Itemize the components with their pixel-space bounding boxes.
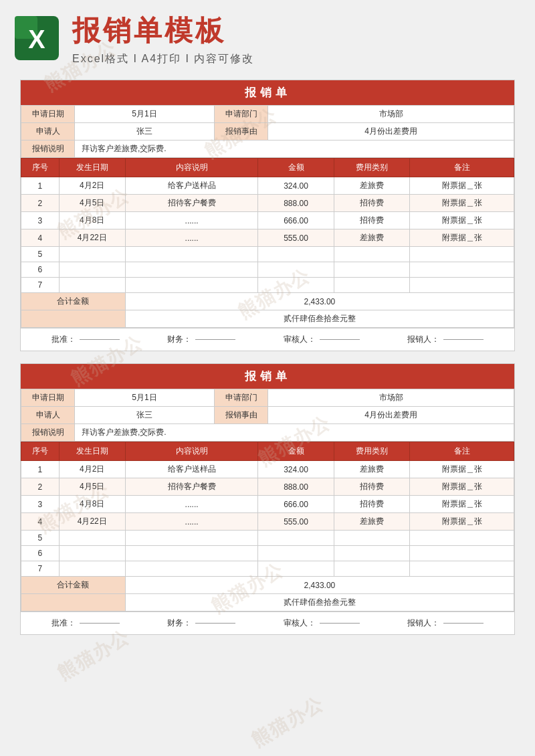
r2-total-amount: 2,433.00 — [125, 577, 514, 594]
chinese-total-row: 贰仟肆佰叁拾叁元整 — [21, 310, 514, 328]
r2-reviewer-item: 审核人： — [284, 618, 360, 629]
applicant-label: 申请人 — [21, 123, 75, 140]
r2-apply-date-label: 申请日期 — [21, 389, 75, 407]
r2-finance-item: 财务： — [167, 618, 235, 629]
svg-text:X: X — [28, 25, 45, 54]
total-row: 合计金额 2,433.00 — [21, 293, 514, 310]
col-desc: 内容说明 — [125, 159, 257, 177]
reason-value: 4月份出差费用 — [268, 123, 514, 140]
total-chinese: 贰仟肆佰叁拾叁元整 — [125, 310, 514, 328]
approve-label: 批准： — [51, 334, 76, 345]
col-amount: 金额 — [258, 159, 334, 177]
table-row: 24月5日招待客户餐费888.00招待费附票据＿张 — [21, 195, 514, 212]
approve-item: 批准： — [51, 334, 120, 345]
table-row: 24月5日招待客户餐费888.00招待费附票据＿张 — [21, 478, 514, 496]
r2-total-row: 合计金额 2,433.00 — [21, 577, 514, 594]
r2-reviewer-label: 审核人： — [284, 618, 316, 629]
table-row: 14月2日给客户送样品324.00差旅费附票据＿张 — [21, 461, 514, 478]
table-row: 34月8日......666.00招待费附票据＿张 — [21, 496, 514, 513]
r2-reason-label: 报销事由 — [215, 407, 268, 424]
r2-chinese-total-row: 贰仟肆佰叁拾叁元整 — [21, 594, 514, 611]
excel-logo: X — [13, 15, 60, 64]
r2-apply-date-value: 5月1日 — [75, 389, 215, 407]
report1-info-table: 申请日期 5月1日 申请部门 市场部 申请人 张三 报销事由 4月份出差费用 报… — [21, 105, 514, 158]
table-row: 34月8日......666.00招待费附票据＿张 — [21, 212, 514, 229]
r2-reason-value: 4月份出差费用 — [268, 407, 514, 424]
desc-value: 拜访客户差旅费,交际费. — [75, 140, 514, 158]
r2-dept-label: 申请部门 — [215, 389, 268, 407]
r2-detail-header-row: 序号 发生日期 内容说明 金额 费用类别 备注 — [21, 442, 514, 461]
table-row: 14月2日给客户送样品324.00差旅费附票据＿张 — [21, 177, 514, 195]
r2-approve-label: 批准： — [51, 618, 76, 629]
r2-col-desc: 内容说明 — [125, 442, 257, 461]
r2-approve-item: 批准： — [51, 618, 120, 629]
report1-footer: 批准： 财务： 审核人： 报销人： — [21, 328, 514, 351]
col-date: 发生日期 — [59, 159, 125, 177]
total-label: 合计金额 — [21, 293, 126, 310]
main-title: 报销单模板 — [72, 12, 254, 50]
r2-applicant-value: 张三 — [75, 407, 215, 424]
apply-date-value: 5月1日 — [75, 106, 215, 123]
report-card-2: 报销单 申请日期 5月1日 申请部门 市场部 申请人 张三 报销事由 4月份出差… — [20, 363, 515, 635]
table-row: 6 — [21, 262, 514, 278]
header: X 报销单模板 Excel格式 I A4打印 I 内容可修改 — [0, 0, 535, 73]
applicant-footer-label: 报销人： — [407, 334, 439, 345]
report2-footer: 批准： 财务： 审核人： 报销人： — [21, 611, 514, 634]
table-row: 5 — [21, 531, 514, 546]
table-row: 6 — [21, 546, 514, 561]
table-row: 44月22日......555.00差旅费附票据＿张 — [21, 513, 514, 531]
applicant-footer-item: 报销人： — [407, 334, 484, 345]
table-row: 44月22日......555.00差旅费附票据＿张 — [21, 229, 514, 247]
dept-label: 申请部门 — [215, 106, 268, 123]
report2-info-table: 申请日期 5月1日 申请部门 市场部 申请人 张三 报销事由 4月份出差费用 报… — [21, 389, 514, 442]
r2-total-chinese: 贰仟肆佰叁拾叁元整 — [125, 594, 514, 611]
table-row: 5 — [21, 247, 514, 262]
total-amount: 2,433.00 — [125, 293, 514, 310]
reviewer-label: 审核人： — [284, 334, 316, 345]
r2-col-date: 发生日期 — [59, 442, 125, 461]
finance-item: 财务： — [167, 334, 235, 345]
table-row: 7 — [21, 278, 514, 293]
r2-applicant-label: 申请人 — [21, 407, 75, 424]
detail-header-row: 序号 发生日期 内容说明 金额 费用类别 备注 — [21, 159, 514, 177]
r2-col-note: 备注 — [410, 442, 514, 461]
finance-label: 财务： — [167, 334, 191, 345]
report1-title-row: 报销单 — [21, 80, 514, 105]
content-area: 报销单 申请日期 5月1日 申请部门 市场部 申请人 张三 报销事由 4月份出差… — [0, 73, 535, 642]
desc-label: 报销说明 — [21, 140, 75, 158]
r2-col-seq: 序号 — [21, 442, 60, 461]
sub-title: Excel格式 I A4打印 I 内容可修改 — [72, 52, 254, 66]
report2-detail-table: 序号 发生日期 内容说明 金额 费用类别 备注 14月2日给客户送样品324.0… — [21, 442, 514, 611]
applicant-value: 张三 — [75, 123, 215, 140]
r2-col-amount: 金额 — [258, 442, 334, 461]
table-row: 7 — [21, 561, 514, 577]
r2-applicant-footer-item: 报销人： — [407, 618, 484, 629]
dept-value: 市场部 — [268, 106, 514, 123]
report2-title: 报销单 — [245, 370, 291, 383]
reason-label: 报销事由 — [215, 123, 268, 140]
r2-desc-label: 报销说明 — [21, 424, 75, 442]
r2-finance-label: 财务： — [167, 618, 191, 629]
col-seq: 序号 — [21, 159, 60, 177]
r2-dept-value: 市场部 — [268, 389, 514, 407]
col-note: 备注 — [410, 159, 514, 177]
report2-title-row: 报销单 — [21, 364, 514, 389]
header-text: 报销单模板 Excel格式 I A4打印 I 内容可修改 — [72, 12, 254, 66]
reviewer-item: 审核人： — [284, 334, 360, 345]
report1-detail-table: 序号 发生日期 内容说明 金额 费用类别 备注 14月2日给客户送样品324.0… — [21, 158, 514, 328]
r2-col-type: 费用类别 — [334, 442, 409, 461]
r2-desc-value: 拜访客户差旅费,交际费. — [75, 424, 514, 442]
report1-title: 报销单 — [245, 86, 291, 99]
report-card-1: 报销单 申请日期 5月1日 申请部门 市场部 申请人 张三 报销事由 4月份出差… — [20, 80, 515, 351]
apply-date-label: 申请日期 — [21, 106, 75, 123]
r2-applicant-footer-label: 报销人： — [407, 618, 439, 629]
r2-total-label: 合计金额 — [21, 577, 126, 594]
col-type: 费用类别 — [334, 159, 409, 177]
